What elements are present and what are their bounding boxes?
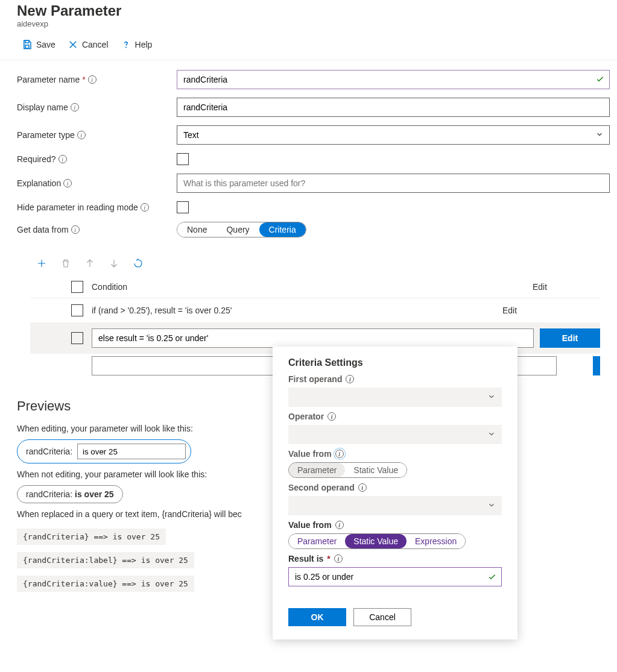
popup-title: Criteria Settings: [288, 357, 502, 368]
parameter-name-input[interactable]: [177, 70, 610, 89]
save-icon: [22, 39, 33, 50]
plus-icon: [36, 258, 47, 269]
refresh-button[interactable]: [133, 258, 144, 269]
result-is-label: Result is * i: [288, 554, 502, 564]
get-data-criteria[interactable]: Criteria: [259, 222, 306, 237]
value-from-group-1: Parameter Static Value: [288, 462, 407, 478]
close-icon: [68, 39, 78, 50]
explanation-input[interactable]: [177, 174, 610, 193]
checkmark-icon: [487, 572, 497, 582]
value-from-static[interactable]: Static Value: [345, 463, 407, 477]
value-from-static-2[interactable]: Static Value: [345, 534, 407, 548]
save-button[interactable]: Save: [17, 37, 60, 52]
info-icon[interactable]: i: [335, 521, 344, 529]
add-criteria-button[interactable]: [36, 258, 47, 269]
help-label: Help: [135, 40, 153, 49]
hide-parameter-checkbox[interactable]: [177, 201, 189, 213]
value-from-group-2: Parameter Static Value Expression: [288, 533, 466, 549]
save-label: Save: [36, 40, 55, 49]
info-icon[interactable]: i: [327, 412, 336, 421]
code-preview: {randCriteria} ==> is over 25: [17, 529, 166, 545]
required-checkbox[interactable]: [177, 153, 189, 165]
condition-text: if (rand > '0.25'), result = 'is over 0.…: [92, 306, 479, 315]
info-icon[interactable]: i: [358, 483, 367, 492]
operator-select[interactable]: [288, 425, 502, 444]
preview-pill-value: is over 25: [75, 489, 114, 499]
info-icon[interactable]: i: [334, 554, 343, 563]
required-label: Required? i: [17, 154, 177, 164]
row-checkbox[interactable]: [71, 304, 83, 316]
info-icon[interactable]: i: [88, 75, 97, 84]
get-data-query[interactable]: Query: [217, 222, 259, 237]
ok-button[interactable]: OK: [288, 608, 346, 620]
criteria-row: if (rand > '0.25'), result = 'is over 0.…: [30, 298, 600, 322]
explanation-label: Explanation i: [17, 178, 177, 188]
move-down-button[interactable]: [109, 258, 119, 269]
svg-rect-0: [25, 40, 29, 43]
value-from-parameter[interactable]: Parameter: [289, 463, 345, 477]
info-icon[interactable]: i: [63, 179, 72, 187]
info-icon[interactable]: i: [59, 155, 67, 163]
chevron-down-icon: [487, 501, 496, 509]
criteria-settings-popup: Criteria Settings First operand i Operat…: [273, 347, 517, 620]
edit-column-header: Edit: [479, 282, 600, 292]
get-data-none[interactable]: None: [177, 222, 217, 237]
trash-icon: [60, 258, 71, 269]
preview-pill-label: randCriteria:: [26, 489, 72, 499]
value-from-label-2: Value from i: [288, 520, 502, 530]
operator-label: Operator i: [288, 412, 502, 421]
second-operand-select[interactable]: [288, 496, 502, 515]
page-title: New Parameter: [17, 2, 617, 19]
first-operand-select[interactable]: [288, 388, 502, 407]
edit-button-partial[interactable]: [593, 356, 600, 375]
edit-link[interactable]: Edit: [479, 306, 540, 315]
popup-cancel-button[interactable]: Cancel: [353, 608, 411, 620]
checkmark-icon: [595, 74, 605, 84]
code-preview: {randCriteria:value} ==> is over 25: [17, 576, 194, 592]
preview-editing-pill: randCriteria:: [17, 439, 191, 463]
preview-pill-label: randCriteria:: [26, 447, 72, 456]
parameter-name-label: Parameter name * i: [17, 75, 177, 84]
get-data-from-label: Get data from i: [17, 225, 177, 234]
page-subtitle: aidevexp: [17, 19, 617, 28]
condition-input[interactable]: [92, 328, 534, 348]
hide-parameter-label: Hide parameter in reading mode i: [17, 203, 177, 212]
info-icon[interactable]: i: [71, 103, 79, 111]
value-from-expression[interactable]: Expression: [407, 534, 465, 548]
arrow-up-icon: [84, 258, 95, 269]
arrow-down-icon: [109, 258, 119, 269]
display-name-input[interactable]: [177, 98, 610, 117]
value-from-parameter-2[interactable]: Parameter: [289, 534, 345, 548]
value-from-label: Value from i: [288, 449, 502, 459]
info-icon[interactable]: i: [71, 225, 80, 234]
first-operand-label: First operand i: [288, 374, 502, 384]
display-name-label: Display name i: [17, 102, 177, 112]
preview-pill-input[interactable]: [77, 444, 186, 459]
chevron-down-icon: [487, 430, 496, 438]
parameter-type-label: Parameter type i: [17, 130, 177, 140]
select-all-checkbox[interactable]: [71, 281, 83, 293]
help-icon: [121, 39, 131, 50]
preview-not-editing-pill: randCriteria: is over 25: [17, 485, 123, 503]
chevron-down-icon: [487, 392, 496, 401]
cancel-label: Cancel: [82, 40, 109, 49]
cancel-button[interactable]: Cancel: [63, 37, 113, 52]
refresh-icon: [133, 258, 144, 269]
second-operand-label: Second operand i: [288, 483, 502, 492]
delete-criteria-button[interactable]: [60, 258, 71, 269]
result-is-input[interactable]: [288, 567, 502, 586]
info-icon[interactable]: i: [346, 375, 354, 383]
help-button[interactable]: Help: [116, 37, 157, 52]
parameter-type-select[interactable]: [177, 125, 610, 145]
move-up-button[interactable]: [84, 258, 95, 269]
svg-point-2: [125, 47, 126, 48]
edit-button[interactable]: Edit: [540, 328, 600, 348]
row-checkbox[interactable]: [71, 332, 83, 344]
code-preview: {randCriteria:label} ==> is over 25: [17, 552, 194, 568]
info-icon[interactable]: i: [77, 131, 86, 139]
info-icon[interactable]: i: [335, 450, 344, 458]
get-data-from-group: None Query Criteria: [177, 222, 306, 237]
svg-rect-1: [25, 45, 29, 48]
info-icon[interactable]: i: [141, 203, 149, 212]
condition-column-header: Condition: [92, 282, 479, 292]
